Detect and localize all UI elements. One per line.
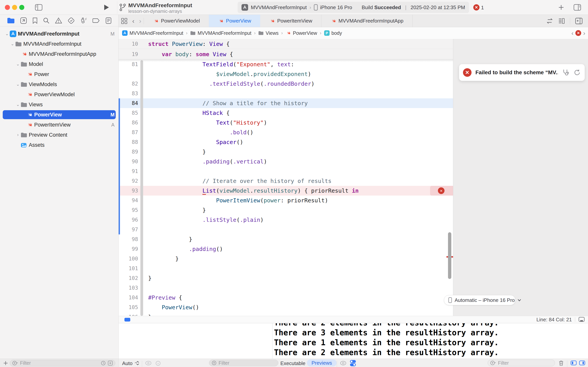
disclosure-open-icon[interactable]: ⌄ bbox=[16, 62, 20, 67]
minimap-icon[interactable] bbox=[558, 18, 565, 24]
tree-item-powerview[interactable]: PowerViewM bbox=[0, 110, 118, 120]
tab-powerview[interactable]: PowerView bbox=[209, 15, 260, 27]
tests-icon[interactable] bbox=[68, 17, 75, 24]
diagnostics-icon[interactable] bbox=[562, 69, 570, 76]
code-line-100[interactable]: 100 } bbox=[119, 254, 453, 264]
line-number[interactable]: 103 bbox=[119, 283, 138, 293]
console-search-field[interactable]: Filter bbox=[488, 360, 555, 366]
console-source-executable[interactable]: Executable bbox=[280, 360, 305, 367]
line-number[interactable]: 93 bbox=[119, 186, 138, 196]
prev-issue-icon[interactable]: ‹ bbox=[571, 30, 574, 37]
code-line-88[interactable]: 88 Spacer() bbox=[119, 137, 453, 147]
line-number[interactable]: 84 bbox=[119, 98, 138, 108]
line-number[interactable]: 85 bbox=[119, 108, 138, 118]
line-number[interactable]: 106 bbox=[119, 312, 138, 316]
toggle-console-pane-icon[interactable] bbox=[579, 360, 585, 366]
tree-item-model[interactable]: ⌄Model bbox=[0, 59, 118, 69]
source-control-icon[interactable] bbox=[20, 17, 27, 24]
code-line-91[interactable]: 91 bbox=[119, 167, 453, 176]
editor-scrollbar[interactable] bbox=[448, 232, 451, 279]
run-button[interactable] bbox=[104, 4, 109, 10]
line-number[interactable]: 88 bbox=[119, 137, 138, 147]
window-minimize-button[interactable] bbox=[12, 5, 17, 10]
breadcrumb-item-body[interactable]: Pbody bbox=[324, 30, 342, 36]
code-line-87[interactable]: 87 .bold() bbox=[119, 127, 453, 137]
line-number[interactable]: 89 bbox=[119, 147, 138, 157]
line-number[interactable]: 102 bbox=[119, 273, 138, 283]
line-number[interactable]: 98 bbox=[119, 234, 138, 244]
line-number[interactable]: 87 bbox=[119, 127, 138, 137]
swap-editor-icon[interactable] bbox=[546, 18, 553, 24]
tree-item-mvvmandfreeforminputapp[interactable]: MVVMAndFreeformInputApp bbox=[0, 49, 118, 59]
line-number[interactable]: 97 bbox=[119, 225, 138, 234]
variables-pane[interactable] bbox=[119, 323, 272, 359]
forward-button[interactable]: › bbox=[137, 15, 143, 27]
code-line-103[interactable]: 103 bbox=[119, 283, 453, 293]
tree-item-viewmodels[interactable]: ⌄ViewModels bbox=[0, 79, 118, 89]
add-filter-icon[interactable] bbox=[108, 361, 113, 366]
search-icon[interactable] bbox=[43, 17, 50, 24]
info-icon[interactable] bbox=[156, 361, 161, 366]
variables-view-mode[interactable]: Auto ⌃ bbox=[122, 360, 137, 367]
retry-build-icon[interactable] bbox=[573, 69, 581, 76]
tree-item-assets[interactable]: Assets bbox=[0, 140, 118, 150]
toggle-variables-pane-icon[interactable] bbox=[571, 360, 577, 366]
line-number[interactable]: 91 bbox=[119, 167, 138, 176]
line-number[interactable]: 100 bbox=[119, 254, 138, 264]
code-line-92[interactable]: 92 // Iterate over the history of result… bbox=[119, 176, 453, 186]
run-destination[interactable]: iPhone 16 Pro bbox=[320, 4, 352, 10]
add-file-icon[interactable] bbox=[3, 361, 8, 366]
breadcrumb-item-mvvmandfreeforminput[interactable]: MVVMAndFreeformInput bbox=[122, 30, 183, 36]
scheme-name[interactable]: MVVMAndFreeformInput bbox=[251, 4, 307, 10]
activity-status-pill[interactable]: MVVMAndFreeformInput › iPhone 16 Pro Bui… bbox=[238, 2, 469, 13]
code-line-99[interactable]: 99 .padding() bbox=[119, 244, 453, 254]
clear-console-icon[interactable] bbox=[558, 360, 564, 366]
tab-powerviewmodel[interactable]: PowerViewModel bbox=[144, 15, 209, 27]
sticky-line-10[interactable]: 10struct PowerView: View { bbox=[119, 39, 453, 49]
tree-item-mvvmandfreeforminput[interactable]: ⌄MVVMAndFreeformInputM bbox=[0, 29, 118, 39]
console-source-previews[interactable]: Previews bbox=[307, 359, 336, 367]
code-line-106[interactable]: 106} bbox=[119, 312, 453, 316]
inspector-toggle-icon[interactable] bbox=[574, 4, 581, 11]
code-line-89[interactable]: 89 } bbox=[119, 147, 453, 157]
console-toggles-icon[interactable] bbox=[350, 360, 356, 367]
sticky-line-19[interactable]: 19 var body: some View { bbox=[119, 49, 453, 59]
code-line-84[interactable]: 84 // Show a title for the history bbox=[119, 98, 453, 108]
code-line-94[interactable]: 94 PowerItemView(power: priorResult) bbox=[119, 196, 453, 205]
breakpoint-indicator[interactable] bbox=[125, 318, 130, 322]
console-output[interactable]: There are 2 elements in the resultHistor… bbox=[272, 323, 588, 359]
breadcrumb-item-views[interactable]: Views bbox=[258, 30, 278, 36]
error-badge-icon[interactable]: ✕ bbox=[473, 4, 479, 10]
code-line-wrap[interactable]: $viewModel.providedExponent) bbox=[119, 69, 453, 79]
inline-error-icon[interactable]: ✕ bbox=[438, 187, 445, 194]
navigator-filter-field[interactable]: Filter bbox=[10, 360, 115, 367]
tree-item-mvvmandfreeforminput[interactable]: ⌄MVVMAndFreeformInput bbox=[0, 39, 118, 49]
disclosure-open-icon[interactable]: ⌄ bbox=[16, 102, 20, 107]
line-number[interactable]: 92 bbox=[119, 176, 138, 186]
recents-icon[interactable] bbox=[101, 361, 106, 366]
related-items-icon[interactable] bbox=[119, 15, 130, 27]
console-filter-field[interactable]: Filter bbox=[209, 360, 278, 366]
project-navigator-icon[interactable] bbox=[7, 17, 15, 24]
reports-icon[interactable] bbox=[106, 17, 111, 24]
bookmarks-icon[interactable] bbox=[33, 17, 38, 24]
code-line-83[interactable]: 83 bbox=[119, 89, 453, 98]
code-line-95[interactable]: 95 } bbox=[119, 205, 453, 215]
code-line-96[interactable]: 96 .listStyle(.plain) bbox=[119, 215, 453, 225]
line-number[interactable]: 94 bbox=[119, 196, 138, 205]
window-close-button[interactable] bbox=[5, 5, 10, 10]
line-number[interactable]: 95 bbox=[119, 205, 138, 215]
code-line-102[interactable]: 102} bbox=[119, 273, 453, 283]
line-number[interactable]: 86 bbox=[119, 118, 138, 127]
debug-gauge-icon[interactable] bbox=[80, 17, 87, 24]
next-issue-icon[interactable]: › bbox=[583, 30, 585, 37]
issues-icon[interactable] bbox=[55, 17, 62, 24]
add-editor-icon[interactable] bbox=[575, 18, 583, 24]
breadcrumb-item-powerview[interactable]: PowerView bbox=[286, 30, 317, 36]
tab-poweritemview[interactable]: PowerItemView bbox=[260, 15, 321, 27]
line-number[interactable]: 82 bbox=[119, 79, 138, 89]
build-status-text[interactable]: Build Succeeded | 2025-02-20 at 12:35 PM bbox=[362, 4, 465, 10]
source-editor[interactable]: 81 TextField("Exponent", text: $viewMode… bbox=[119, 39, 453, 316]
build-error-banner[interactable]: ✕ Failed to build the scheme “MV... bbox=[459, 64, 585, 81]
library-add-icon[interactable] bbox=[558, 4, 564, 10]
